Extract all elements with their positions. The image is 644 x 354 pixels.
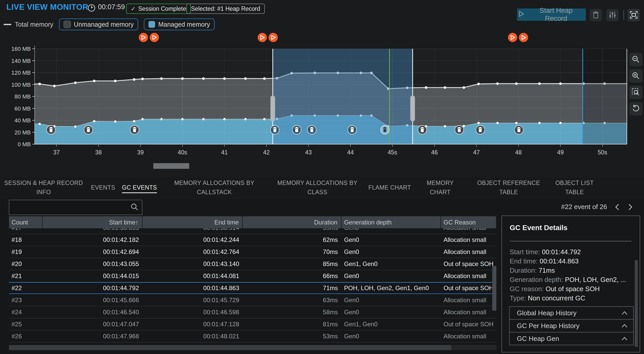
tab-memory-allocations-by-class[interactable]: MEMORY ALLOCATIONS BY CLASS (271, 177, 364, 199)
y-axis-label: 60 MB (14, 105, 31, 112)
table-horizontal-scrollbar (9, 345, 497, 350)
x-axis-label: 47 (473, 149, 480, 156)
zoom-to-selection-button[interactable] (629, 86, 642, 99)
gc-event-marker[interactable] (130, 125, 139, 134)
table-row-gc-event-19[interactable]: #1900:01:42.69400:01:42.76470msGen0Alloc… (9, 246, 497, 258)
table-row-gc-event-17[interactable]: #1700:01:38.85500:01:38.91459msGen0Alloc… (9, 228, 497, 234)
gc-event-marker[interactable] (307, 125, 316, 134)
gc-event-marker[interactable] (515, 125, 523, 134)
table-row-gc-event-24[interactable]: #2400:01:46.54000:01:46.59858msGen0Alloc… (9, 306, 497, 318)
clock-icon (87, 4, 96, 13)
y-axis-label: 80 MB (14, 93, 31, 100)
chart-legend: Total memory Unmanaged memory Managed me… (4, 18, 215, 31)
event-pager: #22 event of 26 (561, 203, 634, 211)
reset-zoom-icon (632, 104, 640, 113)
chart-horizontal-scrollbar-thumb[interactable] (153, 163, 189, 169)
column-header-duration[interactable]: Duration (243, 216, 341, 228)
gc-event-marker[interactable] (270, 125, 279, 134)
legend-toggle-unmanaged-memory[interactable]: Unmanaged memory (59, 18, 138, 30)
table-row-gc-event-18[interactable]: #1800:01:42.18200:01:42.24462msGen0Alloc… (9, 234, 497, 246)
y-axis-label: 20 MB (14, 129, 31, 136)
tab-session-heap-record-info[interactable]: SESSION & HEAP RECORD INFO (3, 177, 85, 199)
check-icon: ✓ (131, 5, 136, 12)
gc-event-marker[interactable] (292, 125, 301, 134)
gc-event-marker[interactable] (455, 125, 464, 134)
detail-field-duration-: Duration: 71ms (510, 267, 626, 274)
tab-object-list-table[interactable]: OBJECT LIST TABLE (553, 177, 596, 199)
column-header-gc-reason[interactable]: GC Reason (441, 216, 497, 228)
column-header-end-time[interactable]: End time (143, 216, 243, 228)
zoom-out-button[interactable] (629, 53, 642, 66)
session-event-marker[interactable] (150, 33, 159, 42)
tab-memory-allocations-by-callstack[interactable]: MEMORY ALLOCATIONS BY CALLSTACK (160, 177, 268, 199)
y-axis-label: 100 MB (11, 82, 31, 88)
selection-handle-left[interactable] (270, 96, 275, 121)
gc-event-marker[interactable] (348, 125, 357, 134)
bottom-tab-bar: SESSION & HEAP RECORD INFOEVENTSGC EVENT… (0, 177, 644, 199)
zoom-out-icon (632, 55, 640, 64)
search-input[interactable] (9, 203, 130, 211)
x-axis-label: 41 (221, 149, 228, 156)
tab-memory-chart[interactable]: MEMORY CHART (416, 177, 465, 199)
column-header-start-time[interactable]: Start time ↑ (43, 216, 143, 228)
session-event-marker[interactable] (258, 33, 267, 42)
chevron-up-icon (621, 336, 628, 341)
column-header-count[interactable]: Count (9, 216, 43, 228)
table-row-gc-event-21[interactable]: #2100:01:44.01500:01:44.08166msGen0Alloc… (9, 270, 497, 282)
x-axis-label: 45s (388, 149, 397, 156)
detail-field-end-time-: End time: 00:01:44.863 (510, 258, 626, 265)
x-axis-label: 42 (263, 149, 270, 156)
tab-events[interactable]: EVENTS (88, 177, 118, 199)
session-event-marker[interactable] (269, 33, 278, 42)
gc-event-marker[interactable] (418, 125, 427, 134)
session-timer: 00:07:59 (98, 3, 125, 11)
search-icon (130, 203, 142, 212)
details-title: GC Event Details (510, 224, 568, 232)
session-event-marker[interactable] (139, 33, 148, 42)
selection-handle-right[interactable] (410, 96, 415, 121)
session-complete-label: Session Complete (138, 5, 186, 12)
previous-event-button[interactable] (614, 203, 620, 211)
table-row-gc-event-23[interactable]: #2300:01:45.66600:01:45.72963msGen0Alloc… (9, 294, 497, 306)
y-axis-label: 0 MB (18, 141, 31, 148)
tab-object-reference-table[interactable]: OBJECT REFERENCE TABLE (468, 177, 550, 199)
next-event-button[interactable] (627, 203, 634, 211)
zoom-in-button[interactable] (629, 69, 642, 83)
gc-event-marker[interactable] (476, 125, 485, 134)
legend-toggle-managed-memory[interactable]: Managed memory (144, 18, 214, 30)
detail-field-type-: Type: Non concurrent GC (510, 294, 626, 302)
table-search-box (9, 200, 142, 215)
tab-flame-chart[interactable]: FLAME CHART (367, 177, 413, 199)
session-event-marker[interactable] (508, 33, 517, 42)
table-row-gc-event-22[interactable]: #2200:01:44.79200:01:44.86371msPOH, LOH,… (9, 282, 497, 294)
table-row-gc-event-20[interactable]: #2000:01:43.05500:01:43.14085msGen1, Gen… (9, 258, 497, 270)
table-row-gc-event-26[interactable]: #2600:01:47.96800:01:48.02153msGen0Alloc… (9, 330, 497, 342)
table-horizontal-scrollbar-thumb[interactable] (9, 345, 451, 350)
gc-event-marker[interactable] (84, 125, 93, 134)
delete-session-button[interactable] (590, 9, 602, 21)
accordion-gc-per-heap-history[interactable]: GC Per Heap History (509, 319, 634, 332)
table-vertical-scrollbar-thumb[interactable] (492, 266, 496, 311)
table-header: CountStart time ↑End timeDurationGenerat… (9, 216, 497, 228)
event-pager-text: #22 event of 26 (561, 203, 607, 211)
tab-gc-events[interactable]: GC EVENTS (122, 177, 157, 199)
live-view-monitor-app: LIVE VIEW MONITOR 00:07:59 ✓ Session Com… (0, 0, 644, 354)
fullscreen-button[interactable] (628, 9, 640, 21)
y-axis-label: 40 MB (14, 117, 31, 124)
gc-event-marker-selected[interactable] (380, 125, 389, 134)
detail-field-start-time-: Start time: 00:01:44.792 (510, 248, 626, 255)
table-row-gc-event-25[interactable]: #2500:01:47.04700:01:47.12881msGen1, Gen… (9, 318, 497, 330)
unmanaged-memory-swatch-icon (64, 21, 71, 28)
details-vertical-scrollbar-thumb[interactable] (635, 260, 638, 347)
chart-settings-button[interactable] (606, 9, 619, 21)
reset-zoom-button[interactable] (629, 102, 642, 115)
start-heap-record-button[interactable]: Start Heap Record (517, 8, 586, 21)
gc-event-marker[interactable] (47, 125, 55, 134)
session-event-marker[interactable] (519, 33, 528, 42)
column-header-generation-depth[interactable]: Generation depth (341, 216, 441, 228)
sliders-icon (608, 11, 617, 20)
accordion-global-heap-history[interactable]: Global Heap History (509, 306, 634, 320)
gc-events-panel: #22 event of 26 CountStart time ↑End tim… (0, 199, 644, 354)
accordion-gc-heap-gen[interactable]: GC Heap Gen (509, 332, 634, 345)
memory-timeline-chart[interactable]: 160 MB140 MB120 MB100 MB80 MB60 MB40 MB2… (0, 30, 644, 172)
